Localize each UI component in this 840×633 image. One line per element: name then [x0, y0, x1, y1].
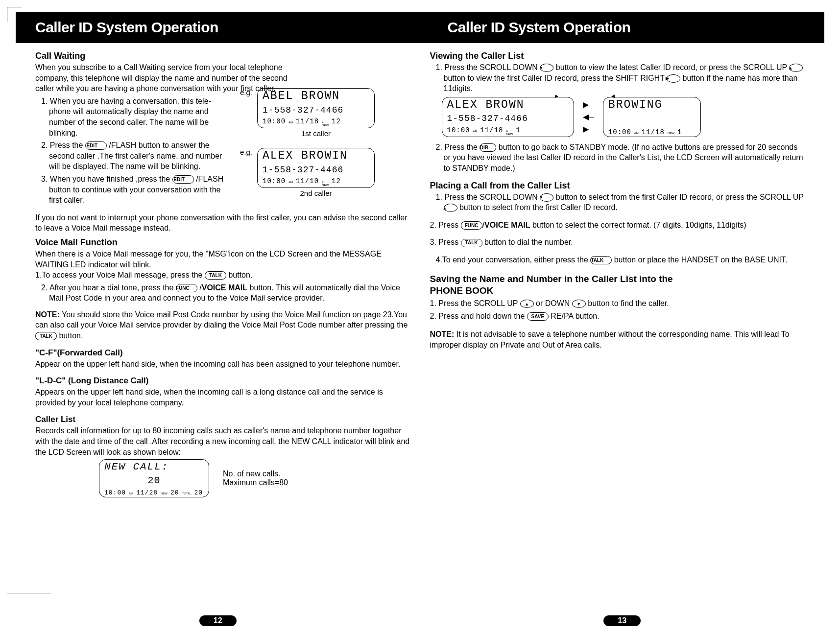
lcd2-caption: 2nd caller [300, 189, 332, 197]
heading-save-phonebook: Saving the Name and Number in the Caller… [430, 273, 805, 297]
lcd-alex-brown: ▶ ALEX BROWN 1-558-327-4466 10:00AM 11/1… [442, 97, 574, 137]
scroll-up-icon: ▲ [444, 204, 457, 212]
scroll-up-icon: ▲ [789, 64, 803, 72]
heading-voice-mail: Voice Mail Function [35, 237, 410, 248]
heading-placing-call: Placing a Call from the Caller List [430, 181, 805, 191]
vcl-step-1: 1. Press the SCROLL DOWN ▼ button to vie… [430, 62, 805, 94]
caller-list-text: Records call information for up to 80 in… [35, 425, 410, 457]
cw-step-3: 3. When you have finished ,press the EDI… [35, 174, 231, 206]
talk-button-icon: TALK [461, 239, 482, 247]
vm-step-1: 1.To access your Voice Mail message, pre… [35, 270, 410, 281]
lcd-new-call: NEW CALL: 20 10:00AM 11/28 NEW20 TOTAL20 [99, 459, 209, 497]
pcl-step-4: 4.To end your conversation, either press… [430, 255, 805, 265]
lcd1-caption: 1st caller [301, 129, 331, 138]
heading-call-waiting: Call Waiting [35, 51, 300, 61]
page-right: Caller ID System Operation Viewing the C… [420, 5, 825, 628]
heading-cf: "C-F"(Forwarded Call) [35, 348, 410, 358]
sv-step-2: 2. Press and hold down the SAVE RE/PA bu… [430, 311, 805, 322]
page-number-right: 13 [603, 615, 641, 626]
scroll-down-icon: ▼ [540, 64, 553, 72]
new-call-caption: No. of new calls. Maximum calls=80 [223, 469, 288, 487]
scroll-down-icon: ▼ [540, 193, 553, 202]
page-header-right: Caller ID System Operation [420, 12, 825, 43]
cf-text: Appear on the upper left hand side, when… [35, 359, 410, 370]
save-note: NOTE: It is not advisable to save a tele… [430, 329, 805, 350]
lcd-1st-caller: ABEL BROWN 1-558-327-4466 10:00AM 11/18 … [257, 88, 375, 128]
ldc-text: Appears on the upper left hand side, whe… [35, 387, 410, 408]
sv-step-1: 1. Press the SCROLL UP ▲ or DOWN ▼ butto… [430, 298, 805, 309]
eg-label-1: e.g. [240, 88, 252, 96]
vm-note: NOTE: You should store the Voice mail Po… [35, 309, 410, 341]
talk-button-icon: TALK [590, 256, 612, 264]
save-button-icon: SAVE [527, 312, 549, 321]
shift-right-icon: ▶ [667, 74, 680, 83]
func-button-icon: FUNC [461, 221, 482, 230]
heading-caller-list: Caller List [35, 415, 410, 424]
heading-viewing-caller-list: Viewing the Caller List [430, 51, 805, 61]
cw-step-2: 2. Press the EDIT /FLASH button to answe… [35, 140, 231, 172]
cw-step-1: 1. When you are having a conversation, t… [35, 96, 231, 138]
func-button-icon: FUNC [176, 284, 197, 292]
pcl-step-1: 1. Press the SCROLL DOWN ▼ button to sel… [430, 192, 805, 213]
page-left: Caller ID System Operation Call Waiting … [16, 5, 420, 628]
talk-button-icon: TALK [35, 332, 57, 340]
lcd-2nd-caller: ALEX BROWIN 1-558-327-4466 10:00AM 11/10… [257, 148, 375, 188]
lcd-browing: ◀ BROWING 10:00AM 11/18 NEW 1 [603, 97, 701, 137]
edit-button-icon: EDIT [172, 175, 194, 184]
pcl-step-2: 2. Press FUNC/VOICE MAIL button to selec… [430, 220, 805, 231]
edit-button-icon: EDIT [85, 141, 107, 150]
vm-step-2: 2. After you hear a dial tone, press the… [35, 282, 410, 304]
arrow-pair-icon: ▶◀─▶ [583, 100, 594, 134]
cw-note: If you do not want to interrupt your pho… [35, 212, 410, 234]
scroll-down-icon: ▼ [572, 300, 586, 308]
talk-button-icon: TALK [205, 271, 226, 280]
eg-label-2: e.g. [240, 148, 252, 156]
vcl-step-2: 2. Press the DIR button to go back to ST… [430, 142, 805, 174]
vm-intro: When there is a Voice Mail message for y… [35, 249, 410, 270]
scroll-up-icon: ▲ [520, 300, 534, 308]
dir-button-icon: DIR [480, 143, 496, 152]
page-header-left: Caller ID System Operation [16, 12, 420, 43]
pcl-step-3: 3. Press TALK button to dial the number. [430, 237, 805, 248]
page-number-left: 12 [199, 615, 237, 626]
lcd-group-right: ▶ ALEX BROWN 1-558-327-4466 10:00AM 11/1… [442, 97, 805, 137]
heading-ldc: "L-D-C" (Long Distance Call) [35, 376, 410, 386]
